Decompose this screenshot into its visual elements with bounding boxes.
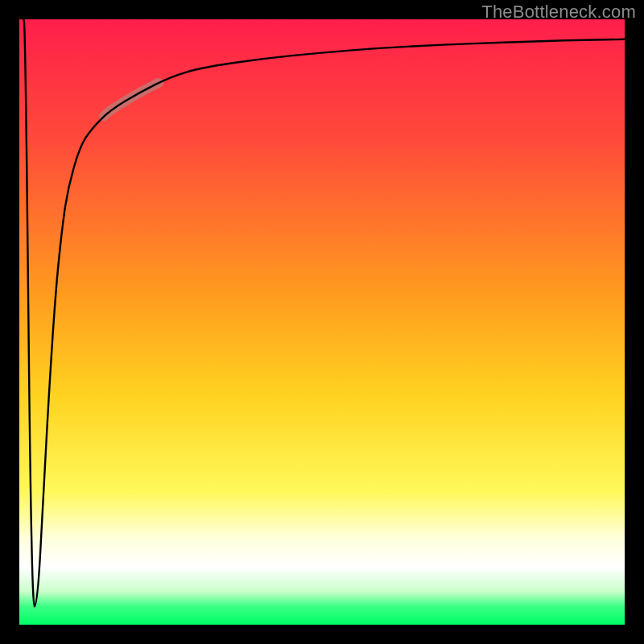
- curve-layer: [19, 19, 625, 625]
- frame-right: [625, 0, 644, 644]
- frame-left: [0, 0, 19, 644]
- watermark-text: TheBottleneck.com: [481, 2, 636, 23]
- chart-stage: TheBottleneck.com: [0, 0, 644, 644]
- frame-bottom: [0, 625, 644, 644]
